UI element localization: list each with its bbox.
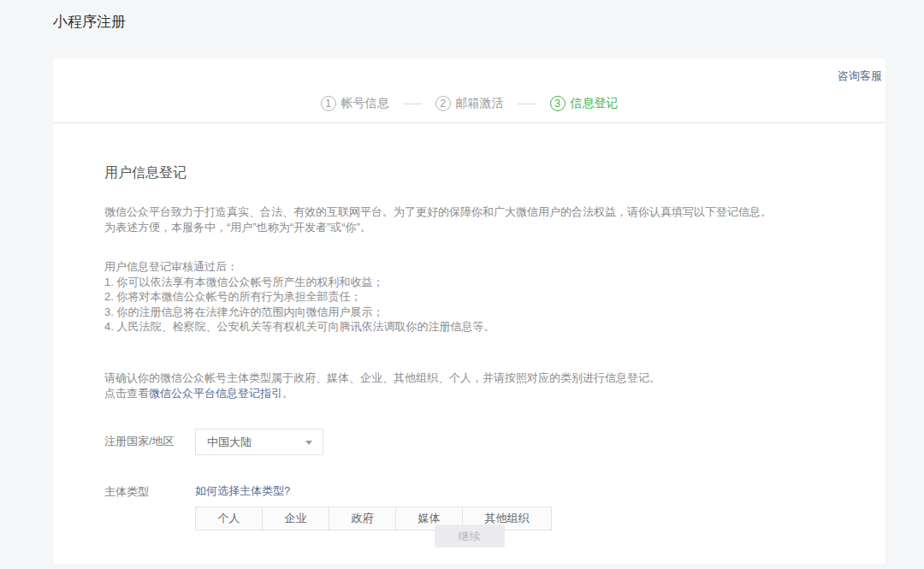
rights-list-item: 3. 你的注册信息将在法律允许的范围内向微信用户展示；: [104, 305, 834, 320]
step-2-label: 邮箱激活: [456, 96, 504, 111]
step-1-number: 1: [321, 96, 336, 111]
continue-button[interactable]: 继续: [435, 525, 505, 548]
card-header: 咨询客服 1 帐号信息 2 邮箱激活 3 信息登记: [53, 58, 886, 123]
step-email-activation: 2 邮箱激活: [435, 96, 504, 111]
country-form-row: 注册国家/地区 中国大陆: [104, 429, 834, 455]
country-label: 注册国家/地区: [104, 434, 195, 449]
step-separator: [403, 104, 422, 104]
registration-steps: 1 帐号信息 2 邮箱激活 3 信息登记: [53, 96, 886, 111]
step-separator: [518, 104, 536, 104]
guide-suffix: 。: [282, 387, 293, 400]
rights-list-item: 4. 人民法院、检察院、公安机关等有权机关可向腾讯依法调取你的注册信息等。: [104, 319, 834, 335]
intro-line-2: 为表述方便，本服务中，“用户”也称为“开发者”或“你”。: [104, 220, 834, 235]
customer-service-link[interactable]: 咨询客服: [838, 68, 882, 84]
step-1-label: 帐号信息: [341, 96, 389, 111]
step-info-registration: 3 信息登记: [550, 96, 619, 111]
rights-list: 用户信息登记审核通过后： 1. 你可以依法享有本微信公众帐号所产生的权利和收益；…: [104, 259, 834, 335]
country-selected-value: 中国大陆: [207, 436, 252, 448]
step-2-number: 2: [435, 96, 451, 111]
intro-line-1: 微信公众平台致力于打造真实、合法、有效的互联网平台。为了更好的保障你和广大微信用…: [104, 204, 834, 220]
rights-list-item: 2. 你将对本微信公众帐号的所有行为承担全部责任；: [104, 289, 834, 305]
intro-paragraph: 微信公众平台致力于打造真实、合法、有效的互联网平台。为了更好的保障你和广大微信用…: [104, 204, 834, 235]
chevron-down-icon: [305, 441, 312, 445]
registration-card: 咨询客服 1 帐号信息 2 邮箱激活 3 信息登记 用户信息登记 微信公众平台致…: [53, 58, 886, 564]
step-3-number: 3: [550, 96, 566, 111]
button-row: 继续: [53, 525, 886, 548]
guide-line: 点击查看微信公众平台信息登记指引。: [104, 386, 834, 401]
rights-list-title: 用户信息登记审核通过后：: [104, 259, 834, 275]
entity-type-help-link[interactable]: 如何选择主体类型?: [195, 484, 552, 497]
country-select[interactable]: 中国大陆: [195, 429, 323, 455]
entity-type-form-row: 主体类型 如何选择主体类型? 个人 企业 政府 媒体 其他组织: [104, 484, 834, 530]
registration-guide-link[interactable]: 微信公众平台信息登记指引: [149, 387, 282, 400]
step-account-info: 1 帐号信息: [321, 96, 389, 111]
entity-type-column: 如何选择主体类型? 个人 企业 政府 媒体 其他组织: [195, 484, 552, 530]
page-title: 小程序注册: [53, 12, 126, 32]
guide-prefix: 点击查看: [104, 387, 149, 400]
entity-type-label: 主体类型: [104, 484, 195, 530]
card-body: 用户信息登记 微信公众平台致力于打造真实、合法、有效的互联网平台。为了更好的保障…: [53, 123, 886, 530]
section-heading: 用户信息登记: [104, 164, 834, 182]
confirm-paragraph: 请确认你的微信公众帐号主体类型属于政府、媒体、企业、其他组织、个人，并请按照对应…: [104, 370, 834, 401]
rights-list-item: 1. 你可以依法享有本微信公众帐号所产生的权利和收益；: [104, 275, 834, 290]
step-3-label: 信息登记: [571, 96, 619, 111]
confirm-line: 请确认你的微信公众帐号主体类型属于政府、媒体、企业、其他组织、个人，并请按照对应…: [104, 370, 834, 386]
